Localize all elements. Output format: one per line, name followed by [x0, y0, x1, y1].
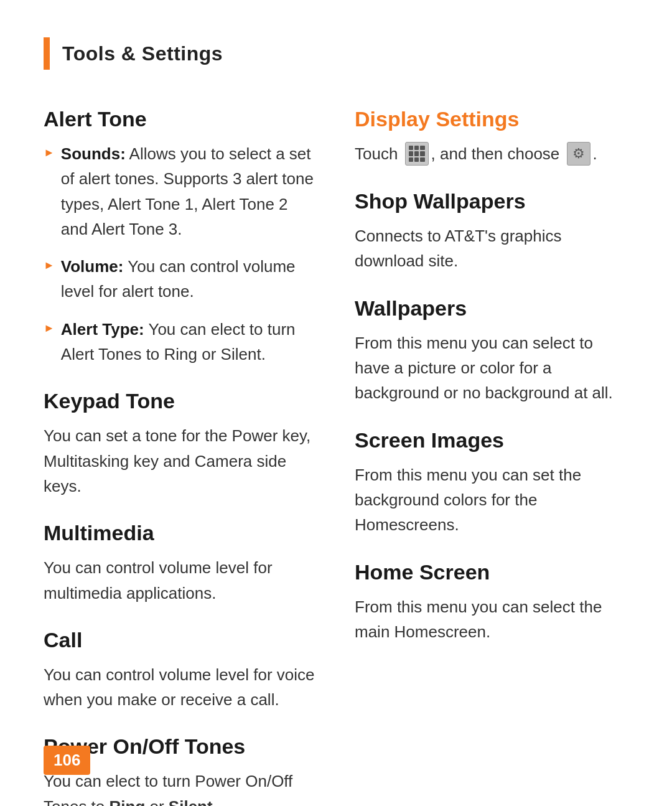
bullet-triangle-icon: ► [44, 257, 55, 274]
bullet-alert-type-text: Alert Type: You can elect to turn Alert … [61, 317, 317, 367]
bullet-volume-text: Volume: You can control volume level for… [61, 254, 317, 304]
bullet-triangle-icon: ► [44, 320, 55, 337]
section-keypad-tone: Keypad Tone You can set a tone for the P… [44, 389, 317, 499]
wallpapers-text: From this menu you can select to have a … [355, 330, 628, 406]
home-screen-text: From this menu you can select the main H… [355, 594, 628, 645]
section-wallpapers: Wallpapers From this menu you can select… [355, 296, 628, 406]
bullet-volume: ► Volume: You can control volume level f… [44, 254, 317, 304]
page-number: 106 [44, 746, 90, 775]
alert-tone-bullets: ► Sounds: Allows you to select a set of … [44, 141, 317, 367]
grid-icon [405, 142, 429, 166]
left-column: Alert Tone ► Sounds: Allows you to selec… [44, 107, 317, 806]
section-home-screen: Home Screen From this menu you can selec… [355, 560, 628, 645]
section-display-settings: Display Settings Touch , and then choose… [355, 107, 628, 167]
page-container: Tools & Settings Alert Tone ► Sounds: Al… [0, 0, 672, 806]
bullet-alert-type: ► Alert Type: You can elect to turn Aler… [44, 317, 317, 367]
section-screen-images: Screen Images From this menu you can set… [355, 428, 628, 538]
section-call: Call You can control volume level for vo… [44, 628, 317, 713]
alert-tone-heading: Alert Tone [44, 107, 317, 131]
section-shop-wallpapers: Shop Wallpapers Connects to AT&T's graph… [355, 189, 628, 274]
shop-wallpapers-heading: Shop Wallpapers [355, 189, 628, 213]
bullet-sounds-text: Sounds: Allows you to select a set of al… [61, 141, 317, 241]
header-accent-bar [44, 37, 50, 70]
keypad-tone-heading: Keypad Tone [44, 389, 317, 413]
display-settings-heading: Display Settings [355, 107, 628, 131]
right-column: Display Settings Touch , and then choose… [355, 107, 628, 806]
settings-icon: ⚙ [567, 142, 590, 166]
bullet-sounds: ► Sounds: Allows you to select a set of … [44, 141, 317, 241]
keypad-tone-text: You can set a tone for the Power key, Mu… [44, 423, 317, 499]
section-alert-tone: Alert Tone ► Sounds: Allows you to selec… [44, 107, 317, 367]
call-text: You can control volume level for voice w… [44, 662, 317, 713]
page-title: Tools & Settings [62, 42, 223, 65]
section-multimedia: Multimedia You can control volume level … [44, 521, 317, 606]
bullet-triangle-icon: ► [44, 144, 55, 162]
screen-images-heading: Screen Images [355, 428, 628, 452]
header: Tools & Settings [44, 37, 628, 70]
home-screen-heading: Home Screen [355, 560, 628, 584]
screen-images-text: From this menu you can set the backgroun… [355, 462, 628, 538]
multimedia-text: You can control volume level for multime… [44, 555, 317, 606]
display-settings-instruction: Touch , and then choose ⚙. [355, 141, 628, 167]
wallpapers-heading: Wallpapers [355, 296, 628, 321]
call-heading: Call [44, 628, 317, 652]
multimedia-heading: Multimedia [44, 521, 317, 545]
two-column-layout: Alert Tone ► Sounds: Allows you to selec… [44, 107, 628, 806]
shop-wallpapers-text: Connects to AT&T's graphics download sit… [355, 223, 628, 274]
